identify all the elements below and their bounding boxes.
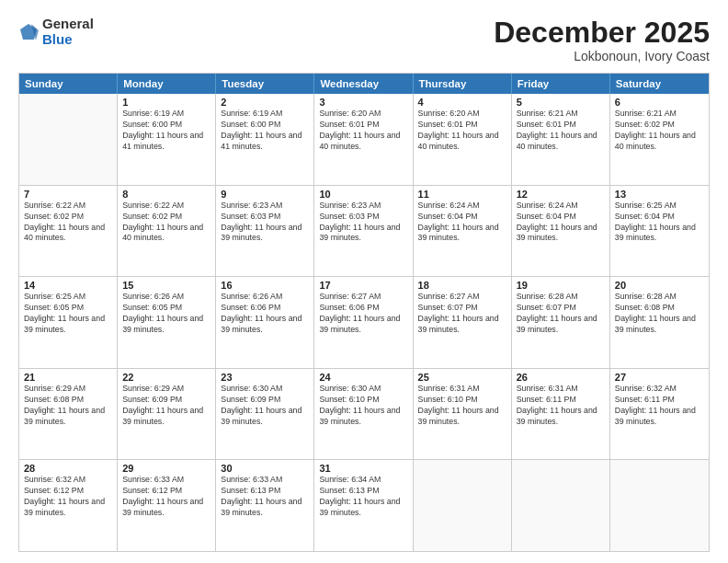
- day-number: 22: [122, 372, 210, 383]
- calendar-week-row: 28Sunrise: 6:32 AM Sunset: 6:12 PM Dayli…: [19, 459, 709, 551]
- calendar-cell: 31Sunrise: 6:34 AM Sunset: 6:13 PM Dayli…: [314, 460, 413, 551]
- cell-info: Sunrise: 6:20 AM Sunset: 6:01 PM Dayligh…: [319, 109, 407, 153]
- month-title: December 2025: [494, 17, 710, 49]
- day-number: 27: [615, 372, 704, 383]
- calendar-week-row: 21Sunrise: 6:29 AM Sunset: 6:08 PM Dayli…: [19, 368, 709, 460]
- cell-info: Sunrise: 6:24 AM Sunset: 6:04 PM Dayligh…: [517, 201, 605, 245]
- cell-info: Sunrise: 6:30 AM Sunset: 6:09 PM Dayligh…: [221, 384, 309, 428]
- cell-info: Sunrise: 6:31 AM Sunset: 6:10 PM Dayligh…: [418, 384, 506, 428]
- calendar-cell: 26Sunrise: 6:31 AM Sunset: 6:11 PM Dayli…: [512, 369, 610, 460]
- day-number: 9: [221, 189, 309, 200]
- day-number: 19: [517, 280, 605, 291]
- cell-info: Sunrise: 6:19 AM Sunset: 6:00 PM Dayligh…: [221, 109, 309, 153]
- day-number: 4: [418, 97, 506, 108]
- calendar: SundayMondayTuesdayWednesdayThursdayFrid…: [18, 73, 710, 552]
- day-number: 30: [221, 463, 309, 474]
- calendar-day-header: Monday: [118, 74, 216, 94]
- calendar-week-row: 1Sunrise: 6:19 AM Sunset: 6:00 PM Daylig…: [19, 94, 709, 185]
- day-number: 26: [517, 372, 605, 383]
- calendar-cell: 13Sunrise: 6:25 AM Sunset: 6:04 PM Dayli…: [610, 186, 709, 277]
- logo-icon: [18, 22, 39, 42]
- logo-blue-text: Blue: [42, 32, 94, 48]
- day-number: 11: [418, 189, 506, 200]
- cell-info: Sunrise: 6:22 AM Sunset: 6:02 PM Dayligh…: [122, 201, 210, 245]
- cell-info: Sunrise: 6:23 AM Sunset: 6:03 PM Dayligh…: [319, 201, 407, 245]
- calendar-day-header: Thursday: [414, 74, 512, 94]
- cell-info: Sunrise: 6:26 AM Sunset: 6:06 PM Dayligh…: [221, 292, 309, 336]
- cell-info: Sunrise: 6:34 AM Sunset: 6:13 PM Dayligh…: [319, 475, 407, 519]
- day-number: 17: [319, 280, 407, 291]
- calendar-day-header: Saturday: [610, 74, 709, 94]
- cell-info: Sunrise: 6:33 AM Sunset: 6:12 PM Dayligh…: [122, 475, 210, 519]
- cell-info: Sunrise: 6:27 AM Sunset: 6:06 PM Dayligh…: [319, 292, 407, 336]
- cell-info: Sunrise: 6:31 AM Sunset: 6:11 PM Dayligh…: [517, 384, 605, 428]
- cell-info: Sunrise: 6:21 AM Sunset: 6:01 PM Dayligh…: [517, 109, 605, 153]
- day-number: 1: [122, 97, 210, 108]
- cell-info: Sunrise: 6:30 AM Sunset: 6:10 PM Dayligh…: [319, 384, 407, 428]
- day-number: 25: [418, 372, 506, 383]
- cell-info: Sunrise: 6:26 AM Sunset: 6:05 PM Dayligh…: [122, 292, 210, 336]
- cell-info: Sunrise: 6:28 AM Sunset: 6:07 PM Dayligh…: [517, 292, 605, 336]
- day-number: 18: [418, 280, 506, 291]
- calendar-cell: 20Sunrise: 6:28 AM Sunset: 6:08 PM Dayli…: [610, 277, 709, 368]
- day-number: 8: [122, 189, 210, 200]
- cell-info: Sunrise: 6:32 AM Sunset: 6:12 PM Dayligh…: [24, 475, 112, 519]
- calendar-cell: 9Sunrise: 6:23 AM Sunset: 6:03 PM Daylig…: [216, 186, 314, 277]
- cell-info: Sunrise: 6:25 AM Sunset: 6:05 PM Dayligh…: [24, 292, 112, 336]
- cell-info: Sunrise: 6:28 AM Sunset: 6:08 PM Dayligh…: [615, 292, 704, 336]
- header: General Blue December 2025 Lokbonoun, Iv…: [18, 17, 710, 63]
- cell-info: Sunrise: 6:24 AM Sunset: 6:04 PM Dayligh…: [418, 201, 506, 245]
- calendar-cell: 6Sunrise: 6:21 AM Sunset: 6:02 PM Daylig…: [610, 94, 709, 185]
- calendar-day-header: Tuesday: [216, 74, 314, 94]
- calendar-cell: 1Sunrise: 6:19 AM Sunset: 6:00 PM Daylig…: [118, 94, 216, 185]
- day-number: 13: [615, 189, 704, 200]
- day-number: 20: [615, 280, 704, 291]
- calendar-cell: 24Sunrise: 6:30 AM Sunset: 6:10 PM Dayli…: [314, 369, 413, 460]
- day-number: 10: [319, 189, 407, 200]
- day-number: 3: [319, 97, 407, 108]
- day-number: 15: [122, 280, 210, 291]
- calendar-cell: [414, 460, 512, 551]
- day-number: 24: [319, 372, 407, 383]
- day-number: 6: [615, 97, 704, 108]
- calendar-cell: 30Sunrise: 6:33 AM Sunset: 6:13 PM Dayli…: [216, 460, 314, 551]
- calendar-body: 1Sunrise: 6:19 AM Sunset: 6:00 PM Daylig…: [19, 94, 709, 551]
- day-number: 21: [24, 372, 112, 383]
- calendar-cell: [512, 460, 610, 551]
- day-number: 12: [517, 189, 605, 200]
- day-number: 7: [24, 189, 112, 200]
- calendar-cell: 14Sunrise: 6:25 AM Sunset: 6:05 PM Dayli…: [19, 277, 118, 368]
- calendar-header: SundayMondayTuesdayWednesdayThursdayFrid…: [19, 74, 709, 94]
- logo: General Blue: [18, 17, 94, 47]
- calendar-cell: 17Sunrise: 6:27 AM Sunset: 6:06 PM Dayli…: [314, 277, 413, 368]
- cell-info: Sunrise: 6:19 AM Sunset: 6:00 PM Dayligh…: [122, 109, 210, 153]
- calendar-cell: 3Sunrise: 6:20 AM Sunset: 6:01 PM Daylig…: [314, 94, 413, 185]
- calendar-cell: 19Sunrise: 6:28 AM Sunset: 6:07 PM Dayli…: [512, 277, 610, 368]
- calendar-cell: 4Sunrise: 6:20 AM Sunset: 6:01 PM Daylig…: [414, 94, 512, 185]
- calendar-day-header: Wednesday: [314, 74, 413, 94]
- cell-info: Sunrise: 6:29 AM Sunset: 6:08 PM Dayligh…: [24, 384, 112, 428]
- cell-info: Sunrise: 6:32 AM Sunset: 6:11 PM Dayligh…: [615, 384, 704, 428]
- calendar-cell: 5Sunrise: 6:21 AM Sunset: 6:01 PM Daylig…: [512, 94, 610, 185]
- title-block: December 2025 Lokbonoun, Ivory Coast: [494, 17, 710, 63]
- calendar-cell: 10Sunrise: 6:23 AM Sunset: 6:03 PM Dayli…: [314, 186, 413, 277]
- day-number: 29: [122, 463, 210, 474]
- calendar-cell: 16Sunrise: 6:26 AM Sunset: 6:06 PM Dayli…: [216, 277, 314, 368]
- calendar-day-header: Sunday: [19, 74, 118, 94]
- day-number: 28: [24, 463, 112, 474]
- calendar-cell: [610, 460, 709, 551]
- cell-info: Sunrise: 6:22 AM Sunset: 6:02 PM Dayligh…: [24, 201, 112, 245]
- location: Lokbonoun, Ivory Coast: [494, 49, 710, 63]
- day-number: 2: [221, 97, 309, 108]
- calendar-cell: 7Sunrise: 6:22 AM Sunset: 6:02 PM Daylig…: [19, 186, 118, 277]
- page: General Blue December 2025 Lokbonoun, Iv…: [0, 0, 728, 563]
- calendar-cell: 12Sunrise: 6:24 AM Sunset: 6:04 PM Dayli…: [512, 186, 610, 277]
- cell-info: Sunrise: 6:27 AM Sunset: 6:07 PM Dayligh…: [418, 292, 506, 336]
- calendar-cell: 18Sunrise: 6:27 AM Sunset: 6:07 PM Dayli…: [414, 277, 512, 368]
- day-number: 23: [221, 372, 309, 383]
- calendar-cell: 29Sunrise: 6:33 AM Sunset: 6:12 PM Dayli…: [118, 460, 216, 551]
- day-number: 5: [517, 97, 605, 108]
- calendar-cell: 22Sunrise: 6:29 AM Sunset: 6:09 PM Dayli…: [118, 369, 216, 460]
- calendar-cell: 21Sunrise: 6:29 AM Sunset: 6:08 PM Dayli…: [19, 369, 118, 460]
- day-number: 31: [319, 463, 407, 474]
